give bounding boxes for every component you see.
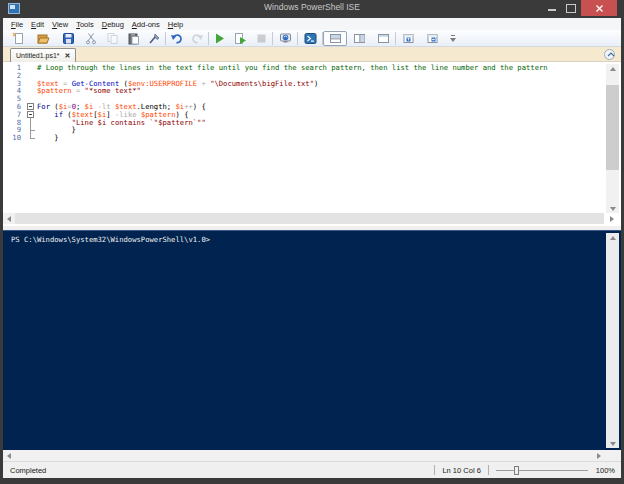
copy-icon [106, 32, 119, 45]
undo-icon [170, 32, 183, 45]
script-pane[interactable]: 1# Loop through the lines in the text fi… [3, 62, 621, 226]
open-script-icon [37, 32, 50, 45]
editor-hscroll-thumb[interactable] [15, 213, 604, 224]
show-command-addon-button[interactable] [420, 31, 444, 46]
status-text: Completed [10, 466, 427, 475]
client-area: FileEditViewToolsDebugAdd-onsHelp Untitl… [3, 18, 621, 478]
line-number: 3 [3, 80, 25, 88]
redo-icon [191, 32, 204, 45]
fold-collapse-icon[interactable] [27, 111, 34, 118]
editor-horizontal-scrollbar[interactable] [3, 213, 604, 224]
fold-margin [25, 95, 37, 103]
console-scroll-right-icon[interactable] [593, 450, 604, 461]
console-prompt: PS C:\Windows\System32\WindowsPowerShell… [11, 235, 210, 244]
code-line: 1# Loop through the lines in the text fi… [3, 64, 605, 72]
line-number: 5 [3, 95, 25, 103]
fold-collapse-icon[interactable] [27, 103, 34, 110]
toolbar-overflow-icon[interactable] [449, 32, 458, 45]
chevron-up-icon [607, 52, 615, 58]
title-bar: Windows PowerShell ISE [0, 0, 624, 18]
paste-icon [127, 32, 140, 45]
line-number: 6 [3, 103, 25, 111]
fold-margin [25, 87, 37, 95]
code-line: 8 "Line $i contains `"$pattern`"" [3, 119, 605, 127]
fold-margin [25, 80, 37, 88]
new-remote-powershell-tab-button[interactable] [273, 31, 297, 46]
collapse-script-pane-button[interactable] [604, 49, 615, 60]
console-vertical-scrollbar[interactable] [606, 233, 619, 448]
menu-item-tools[interactable]: Tools [72, 19, 98, 30]
scroll-down-icon[interactable] [606, 204, 619, 213]
undo-button[interactable] [166, 31, 187, 46]
console-scroll-up-icon[interactable] [606, 233, 619, 242]
start-powershell-button[interactable] [298, 31, 322, 46]
cut-icon [85, 32, 98, 45]
tab-close-icon[interactable]: ✕ [65, 52, 71, 60]
open-script-button[interactable] [31, 31, 56, 46]
redo-button[interactable] [187, 31, 208, 46]
show-command-addon-icon [426, 32, 439, 45]
fold-margin [25, 64, 37, 72]
window-title: Windows PowerShell ISE [0, 2, 624, 12]
editor-vertical-scrollbar[interactable] [606, 64, 619, 213]
show-script-pane-right-button[interactable] [347, 31, 371, 46]
scroll-right-icon[interactable] [606, 213, 617, 224]
menu-item-view[interactable]: View [48, 19, 72, 30]
zoom-slider-thumb[interactable] [514, 466, 519, 475]
cut-button[interactable] [81, 31, 102, 46]
fold-margin [25, 72, 37, 80]
run-script-button[interactable] [209, 31, 230, 46]
run-script-icon [213, 32, 226, 45]
run-selection-button[interactable] [230, 31, 251, 46]
close-icon [595, 4, 604, 13]
line-number: 1 [3, 64, 25, 72]
show-command-window-button[interactable] [396, 31, 420, 46]
fold-margin [25, 103, 37, 111]
code-text: # Loop through the lines in the text fil… [37, 64, 548, 72]
zoom-slider-track [496, 470, 588, 471]
tab-untitled1[interactable]: Untitled1.ps1* ✕ [10, 48, 76, 62]
line-number: 2 [3, 72, 25, 80]
scroll-left-icon[interactable] [3, 213, 14, 224]
menu-item-file[interactable]: File [7, 19, 27, 30]
zoom-slider[interactable] [496, 465, 588, 476]
fold-margin [25, 126, 37, 134]
menu-item-edit[interactable]: Edit [27, 19, 48, 30]
new-script-button[interactable] [6, 31, 31, 46]
line-number: 8 [3, 119, 25, 127]
clear-console-pane-button[interactable] [144, 31, 165, 46]
paste-button[interactable] [123, 31, 144, 46]
code-line: 4$pattern = "*some text*" [3, 87, 605, 95]
show-script-pane-maximized-button[interactable] [371, 31, 395, 46]
menu-item-help[interactable]: Help [164, 19, 187, 30]
stop-operation-button[interactable] [251, 31, 272, 46]
menu-item-addons[interactable]: Add-ons [128, 19, 164, 30]
copy-button[interactable] [102, 31, 123, 46]
show-script-pane-right-icon [353, 32, 366, 45]
minimize-button[interactable] [544, 0, 560, 16]
code-area[interactable]: 1# Loop through the lines in the text fi… [3, 64, 605, 142]
console-scroll-left-icon[interactable] [3, 450, 14, 461]
editor-vscroll-thumb[interactable] [606, 85, 619, 170]
scroll-up-icon[interactable] [606, 64, 619, 73]
maximize-button[interactable] [562, 0, 578, 16]
cursor-position: Ln 10 Col 6 [442, 466, 480, 475]
run-selection-icon [234, 32, 247, 45]
save-script-icon [62, 32, 75, 45]
zoom-level: 100% [596, 466, 615, 475]
console-scroll-down-icon[interactable] [606, 439, 619, 448]
status-bar: Completed Ln 10 Col 6 100% [3, 461, 621, 478]
code-line: 9 } [3, 126, 605, 134]
line-number: 7 [3, 111, 25, 119]
new-remote-powershell-tab-icon [279, 32, 292, 45]
menu-bar: FileEditViewToolsDebugAdd-onsHelp [3, 18, 621, 30]
console-horizontal-scrollbar[interactable] [3, 450, 621, 461]
code-text: } [37, 134, 59, 142]
powershell-ise-window: Windows PowerShell ISE FileEditViewTools… [0, 0, 624, 484]
show-script-pane-top-button[interactable] [323, 31, 347, 46]
menu-item-debug[interactable]: Debug [98, 19, 128, 30]
start-powershell-icon [304, 32, 317, 45]
console-pane[interactable]: PS C:\Windows\System32\WindowsPowerShell… [3, 230, 621, 450]
close-button[interactable] [581, 0, 617, 16]
save-script-button[interactable] [56, 31, 81, 46]
